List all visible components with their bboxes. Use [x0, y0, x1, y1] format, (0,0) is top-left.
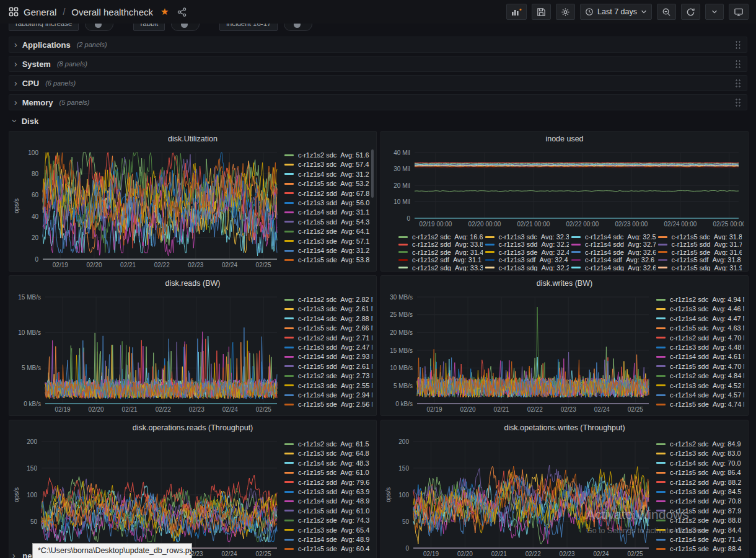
legend-item[interactable]: c-r1z1s4 sdcAvg: 48.3 [284, 459, 372, 468]
legend-item[interactable]: c-r1z1s5 sddAvg: 2.61 MB/s [284, 362, 372, 371]
legend-item[interactable]: c-r1z1s4 sdeAvg: 48.9 [284, 535, 372, 544]
legend-item[interactable]: c-r1z1s4 sddAvg: 48.9 [284, 497, 372, 506]
annotation-toggle[interactable] [284, 24, 312, 31]
legend-item[interactable]: c-r1z1s2 sdcAvg: 61.5 [284, 440, 372, 449]
legend-item[interactable]: c-r1z1s4 sddAvg: 32.7 Mil [571, 240, 656, 247]
legend-item[interactable]: c-r1z1s5 sdfAvg: 31.8 Mil [658, 255, 742, 263]
row-cpu[interactable]: › CPU (6 panels) [9, 75, 747, 91]
legend-item[interactable]: c-r1z1s3 sddAvg: 56.0 [284, 198, 372, 208]
legend-item[interactable]: c-r1z1s3 sdeAvg: 84.4 [656, 526, 744, 535]
panel-title[interactable]: disk.writes (BW) [381, 276, 748, 290]
legend-item[interactable]: c-r1z1s3 sdcAvg: 64.8 [284, 449, 372, 458]
annotation-toggle[interactable] [85, 24, 113, 31]
legend-item[interactable]: c-r1z1s2 sddAvg: 79.6 [284, 478, 372, 487]
legend-item[interactable]: c-r1z1s3 sdcAvg: 57.4 [284, 160, 372, 169]
legend-item[interactable]: c-r1z1s5 sdcAvg: 53.2 [284, 179, 372, 188]
legend-item[interactable]: c-r1z1s2 sdeAvg: 4.84 MB/s [656, 371, 744, 381]
row-drag-handle[interactable] [735, 98, 742, 107]
legend-item[interactable]: c-r1z1s4 sdeAvg: 4.57 MB/s [656, 391, 744, 400]
legend-item[interactable]: c-r1z1s2 sdeAvg: 31.4 Mil [398, 248, 483, 255]
legend-item[interactable]: c-r1z1s3 sdcAvg: 32.3 Mil [485, 232, 569, 240]
row-drag-handle[interactable] [735, 60, 742, 69]
legend-item[interactable]: c-r1z1s4 sddAvg: 70.8 [656, 497, 744, 506]
zoom-out-time-button[interactable] [657, 4, 676, 20]
legend-item[interactable]: c-r1z1s5 sddAvg: 4.70 MB/s [656, 362, 744, 371]
legend-item[interactable]: c-r1z1s5 sdeAvg: 60.4 [284, 544, 372, 554]
legend-item[interactable]: c-r1z1s2 sdcAvg: 84.9 [656, 440, 744, 449]
legend-item[interactable]: c-r1z1s5 sddAvg: 61.0 [284, 507, 372, 516]
legend-item[interactable]: c-r1z1s4 sdeAvg: 32.6 Mil [571, 248, 656, 255]
legend-item[interactable]: c-r1z1s3 sdeAvg: 2.55 MB/s [284, 381, 372, 391]
favorite-star-icon[interactable]: ★ [160, 6, 169, 17]
legend-item[interactable]: c-r1z1s5 sdcAvg: 31.8 Mil [658, 232, 742, 240]
legend-item[interactable]: c-r1z1s4 sdeAvg: 2.94 MB/s [284, 391, 372, 400]
row-system[interactable]: › System (8 panels) [9, 56, 747, 72]
legend-item[interactable]: c-r1z1s4 sdcAvg: 4.47 MB/s [656, 314, 744, 324]
legend-item[interactable]: c-r1z1s3 sdgAvg: 32.2 Mil [485, 264, 569, 271]
legend-item[interactable]: c-r1z1s5 sdeAvg: 31.6 Mil [658, 248, 742, 255]
breadcrumb-title[interactable]: Overall healthcheck [71, 7, 153, 17]
legend-item[interactable]: c-r1z1s5 sddAvg: 31.7 Mil [658, 240, 742, 247]
chart-canvas[interactable]: 010 Mil20 Mil30 Mil40 Mil02/19 00:0002/2… [384, 148, 744, 229]
legend-item[interactable]: c-r1z1s2 sdcAvg: 4.94 MB/s [656, 295, 744, 304]
legend-item[interactable]: c-r1z1s3 sdcAvg: 4.46 MB/s [656, 304, 744, 314]
panel-title[interactable]: disk.Utilization [9, 131, 376, 146]
legend-item[interactable]: c-r1z1s5 sdcAvg: 61.0 [284, 468, 372, 477]
legend-item[interactable]: c-r1z1s3 sdcAvg: 83.0 [656, 449, 744, 458]
refresh-button[interactable] [681, 4, 700, 20]
chart-canvas[interactable]: 0 kB/s5 MB/s10 MB/s15 MB/s02/1902/2002/2… [12, 293, 282, 414]
legend-item[interactable]: c-r1z1s5 sdeAvg: 53.8 [284, 255, 372, 265]
legend-item[interactable]: c-r1z1s4 sdcAvg: 32.5 Mil [571, 232, 656, 240]
time-range-picker[interactable]: Last 7 days [580, 4, 652, 20]
legend-item[interactable]: c-r1z1s3 sddAvg: 4.48 MB/s [656, 343, 744, 352]
save-dashboard-button[interactable] [532, 4, 551, 20]
legend-item[interactable]: c-r1z1s2 sdgAvg: 33.3 Mil [398, 264, 483, 271]
legend-item[interactable]: c-r1z1s5 sddAvg: 54.3 [284, 218, 372, 227]
panel-title[interactable]: inode used [381, 131, 748, 146]
legend-item[interactable]: c-r1z1s2 sdcAvg: 2.82 MB/s [284, 295, 372, 304]
legend-item[interactable]: c-r1z1s3 sddAvg: 84.5 [656, 487, 744, 497]
legend-item[interactable]: c-r1z1s4 sdgAvg: 32.6 Mil [571, 264, 656, 271]
legend-item[interactable]: c-r1z1s4 sdeAvg: 71.4 [656, 535, 744, 544]
legend-item[interactable]: c-r1z1s2 sddAvg: 4.70 MB/s [656, 334, 744, 343]
legend-item[interactable]: c-r1z1s2 sdeAvg: 88.8 [656, 516, 744, 525]
row-drag-handle[interactable] [735, 79, 742, 88]
legend-item[interactable]: c-r1z1s3 sdcAvg: 2.61 MB/s [284, 304, 372, 314]
legend-item[interactable]: c-r1z1s3 sdeAvg: 4.52 MB/s [656, 381, 744, 391]
chart-canvas[interactable]: 02040608010002/1902/2002/2102/2202/2302/… [12, 148, 282, 270]
chart-canvas[interactable]: 0 kB/s5 MB/s10 MB/s15 MB/s20 MB/s25 MB/s… [384, 293, 654, 414]
legend-scrollbar[interactable] [371, 149, 374, 198]
legend-item[interactable]: c-r1z1s3 sdeAvg: 32.4 Mil [485, 248, 569, 255]
legend-item[interactable]: c-r1z1s2 sdcAvg: 51.6 [284, 151, 372, 160]
legend-item[interactable]: c-r1z1s4 sdcAvg: 2.88 MB/s [284, 314, 372, 324]
legend-item[interactable]: c-r1z1s5 sdcAvg: 4.63 MB/s [656, 324, 744, 333]
row-disk[interactable]: › Disk [9, 113, 747, 128]
legend-item[interactable]: c-r1z1s5 sdeAvg: 88.4 [656, 544, 744, 554]
legend-item[interactable]: c-r1z1s4 sdcAvg: 70.0 [656, 459, 744, 468]
share-icon[interactable] [177, 7, 187, 17]
legend-item[interactable]: c-r1z1s2 sdcAvg: 16.6 Mil [398, 232, 483, 240]
legend-item[interactable]: c-r1z1s3 sdeAvg: 57.1 [284, 237, 372, 246]
legend-item[interactable]: c-r1z1s5 sdeAvg: 4.74 MB/s [656, 400, 744, 409]
legend-item[interactable]: c-r1z1s3 sdeAvg: 65.4 [284, 526, 372, 535]
legend-item[interactable]: c-r1z1s2 sdeAvg: 74.3 [284, 516, 372, 525]
legend-item[interactable]: c-r1z1s5 sdcAvg: 2.66 MB/s [284, 324, 372, 333]
legend-item[interactable]: c-r1z1s2 sddAvg: 67.8 [284, 189, 372, 198]
row-drag-handle[interactable] [735, 40, 742, 50]
legend-item[interactable]: c-r1z1s5 sdgAvg: 31.9 Mil [658, 264, 742, 271]
legend-item[interactable]: c-r1z1s5 sdcAvg: 86.4 [656, 468, 744, 477]
cycle-view-mode-button[interactable] [729, 4, 749, 20]
panel-title[interactable]: disk.reads (BW) [9, 276, 376, 290]
legend-item[interactable]: c-r1z1s5 sdeAvg: 2.56 MB/s [284, 400, 372, 409]
legend-item[interactable]: c-r1z1s4 sddAvg: 4.61 MB/s [656, 352, 744, 361]
legend-item[interactable]: c-r1z1s4 sddAvg: 31.1 [284, 208, 372, 217]
legend-item[interactable]: c-r1z1s2 sddAvg: 33.8 Mil [398, 240, 483, 247]
chart-canvas[interactable]: 05010015020002/1902/2002/2102/2202/2302/… [12, 437, 282, 558]
legend-item[interactable]: c-r1z1s2 sddAvg: 2.71 MB/s [284, 334, 372, 343]
refresh-interval-dropdown[interactable] [705, 4, 724, 20]
add-panel-button[interactable] [506, 4, 527, 20]
legend-item[interactable]: c-r1z1s3 sddAvg: 2.47 MB/s [284, 343, 372, 352]
legend-item[interactable]: c-r1z1s3 sddAvg: 32.2 Mil [485, 240, 569, 247]
legend-item[interactable]: c-r1z1s3 sddAvg: 63.9 [284, 487, 372, 497]
chart-canvas[interactable]: 05010015020002/1902/2002/2102/2202/2302/… [384, 437, 654, 558]
